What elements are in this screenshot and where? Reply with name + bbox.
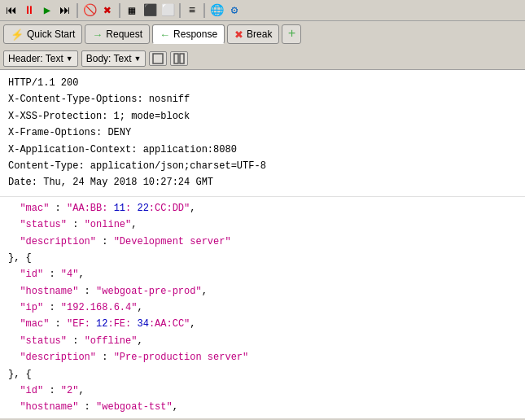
tab-break[interactable]: ✖ Break: [227, 24, 279, 44]
json-line: "id" : "2",: [8, 383, 517, 399]
toolbar-main: ⏮ ⏸ ▶ ⏭ 🚫 ✖ ▦ ⬛ ⬜ ≡ 🌐 ⚙: [0, 0, 525, 21]
header-label: Header: Text: [8, 53, 63, 64]
icon-forward[interactable]: ⏭: [57, 2, 73, 19]
icon-play[interactable]: ▶: [39, 2, 55, 19]
arrow-right-icon: →: [92, 28, 103, 41]
sep2: [119, 3, 120, 18]
json-line: }, {: [8, 366, 517, 383]
json-line: "description" : "Pre-production server": [8, 349, 517, 365]
tab-quick-start-label: Quick Start: [27, 28, 75, 40]
view-split-button[interactable]: [170, 51, 188, 66]
http-header-1: X-Content-Type-Options: nosniff: [8, 94, 190, 105]
svg-rect-1: [174, 54, 178, 63]
http-status: HTTP/1.1 200: [8, 77, 78, 89]
json-line: "hostname" : "webgoat-pre-prod",: [8, 283, 517, 300]
sep4: [203, 3, 205, 18]
response-content[interactable]: HTTP/1.1 200 X-Content-Type-Options: nos…: [0, 70, 525, 418]
body-label: Body: Text: [86, 53, 132, 64]
header-dropdown[interactable]: Header: Text ▼: [3, 50, 78, 67]
tab-request-label: Request: [106, 28, 142, 40]
svg-rect-0: [153, 54, 163, 63]
x-icon: ✖: [234, 28, 243, 41]
plus-icon: +: [288, 27, 296, 42]
icon-stop[interactable]: 🚫: [81, 2, 98, 19]
tab-response-label: Response: [173, 28, 217, 40]
tab-response[interactable]: ← Response: [152, 24, 225, 44]
header-dropdown-arrow: ▼: [66, 55, 73, 63]
svg-rect-2: [180, 54, 184, 63]
icon-square[interactable]: ⬜: [160, 2, 176, 19]
icon-close[interactable]: ✖: [99, 2, 116, 19]
json-line: "hostname" : "webgoat-tst",: [8, 399, 517, 415]
toolbar-tabs: ⚡ Quick Start → Request ← Response ✖ Bre…: [0, 21, 525, 47]
icon-back[interactable]: ⏮: [3, 2, 20, 19]
sep3: [179, 3, 181, 18]
lightning-icon: ⚡: [11, 28, 24, 41]
http-header-6: Date: Thu, 24 May 2018 10:27:24 GMT: [8, 177, 213, 188]
http-header-4: X-Application-Context: application:8080: [8, 144, 237, 155]
icon-box[interactable]: ⬛: [142, 2, 158, 19]
icon-settings[interactable]: ⚙: [226, 2, 243, 19]
http-header-3: X-Frame-Options: DENY: [8, 127, 131, 138]
sep1: [77, 3, 78, 18]
tab-quick-start[interactable]: ⚡ Quick Start: [3, 24, 82, 44]
view-split-icon: [173, 53, 185, 64]
arrow-left-icon: ←: [160, 28, 170, 41]
icon-globe[interactable]: 🌐: [208, 2, 225, 19]
view-single-button[interactable]: [149, 51, 167, 66]
json-line: "status" : "online",: [8, 217, 517, 233]
json-line: "status" : "offline",: [8, 333, 517, 349]
toolbar-view: Header: Text ▼ Body: Text ▼: [0, 47, 525, 70]
add-tab-button[interactable]: +: [282, 24, 301, 44]
view-single-icon: [152, 53, 164, 64]
icon-pause[interactable]: ⏸: [21, 2, 37, 19]
tab-request[interactable]: → Request: [85, 24, 150, 44]
tab-break-label: Break: [247, 28, 272, 40]
json-line: "description" : "Development server": [8, 234, 517, 250]
json-line: "ip" : "192.168.2.1",: [8, 416, 517, 418]
http-headers-section: HTTP/1.1 200 X-Content-Type-Options: nos…: [0, 70, 525, 197]
json-line: "ip" : "192.168.6.4",: [8, 300, 517, 316]
icon-grid[interactable]: ▦: [124, 2, 140, 19]
json-line: }, {: [8, 250, 517, 266]
http-header-2: X-XSS-Protection: 1; mode=block: [8, 111, 190, 122]
json-line: "mac" : "AA:BB: 11: 22:CC:DD",: [8, 200, 517, 217]
json-body-section: "mac" : "AA:BB: 11: 22:CC:DD", "status" …: [0, 197, 525, 418]
json-line: "mac" : "EF: 12:FE: 34:AA:CC",: [8, 316, 517, 332]
body-dropdown[interactable]: Body: Text ▼: [81, 50, 147, 67]
body-dropdown-arrow: ▼: [134, 55, 142, 63]
icon-list[interactable]: ≡: [184, 2, 200, 19]
json-line: "id" : "4",: [8, 266, 517, 282]
http-header-5: Content-Type: application/json;charset=U…: [8, 160, 266, 172]
